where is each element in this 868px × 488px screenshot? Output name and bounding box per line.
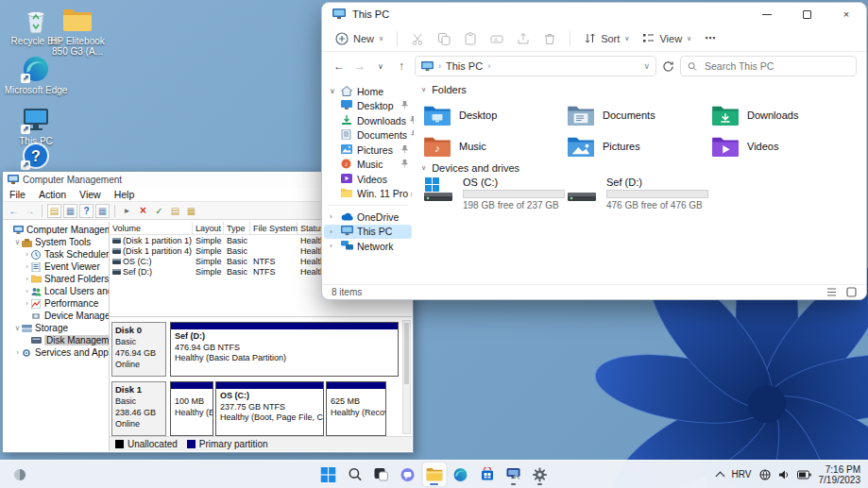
partition-os-c[interactable]: OS (C:) 237.75 GB NTFS Healthy (Boot, Pa… bbox=[215, 381, 324, 436]
expander-collapsed-icon[interactable]: › bbox=[23, 299, 31, 308]
back-icon[interactable]: ← bbox=[332, 59, 347, 73]
expander-collapsed-icon[interactable]: › bbox=[23, 250, 31, 259]
column-layout[interactable]: Layout bbox=[193, 222, 224, 234]
new-button[interactable]: New∨ bbox=[335, 32, 383, 45]
tree-item-computer-management[interactable]: Computer Management (Local) bbox=[4, 224, 109, 236]
export-list-icon[interactable]: ▤ bbox=[47, 204, 61, 218]
breadcrumb[interactable]: › This PC › ∨ bbox=[415, 56, 656, 76]
sidebar-item-videos[interactable]: Videos bbox=[324, 172, 412, 187]
recent-locations-icon[interactable]: ∨ bbox=[373, 62, 388, 71]
delete-button[interactable] bbox=[543, 32, 556, 45]
expander-collapsed-icon[interactable]: › bbox=[23, 262, 31, 271]
folder-tile-desktop[interactable]: Desktop bbox=[423, 101, 563, 129]
sidebar-item-pictures[interactable]: Pictures bbox=[324, 143, 412, 158]
forward-icon[interactable]: → bbox=[352, 59, 367, 73]
large-icons-view-icon[interactable] bbox=[846, 287, 857, 297]
tree-item-disk-management[interactable]: Disk Management bbox=[4, 334, 109, 346]
sidebar-item-this-pc[interactable]: › This PC bbox=[324, 225, 412, 240]
sidebar-item-documents[interactable]: Documents bbox=[324, 128, 412, 143]
properties-icon[interactable]: ▦ bbox=[184, 204, 198, 218]
expander-collapsed-icon[interactable]: › bbox=[13, 348, 22, 357]
collapse-icon[interactable]: ∨ bbox=[421, 86, 426, 93]
sidebar-item-win11-folder[interactable]: Win. 11 Pro (64 bit, bbox=[324, 187, 412, 202]
task-view-icon[interactable] bbox=[369, 463, 393, 486]
menu-view[interactable]: View bbox=[73, 189, 108, 200]
tree-item-shared-folders[interactable]: › Shared Folders bbox=[4, 273, 109, 285]
sidebar-item-desktop[interactable]: Desktop bbox=[324, 99, 412, 114]
tree-item-system-tools[interactable]: ∨ System Tools bbox=[4, 236, 109, 248]
disk-1-label[interactable]: Disk 1 Basic 238.46 GB Online bbox=[111, 381, 166, 436]
widgets-icon[interactable] bbox=[8, 463, 31, 486]
back-icon[interactable]: ← bbox=[7, 204, 21, 218]
menu-file[interactable]: File bbox=[3, 189, 32, 200]
tree-item-storage[interactable]: ∨ Storage bbox=[4, 322, 109, 334]
sidebar-item-network[interactable]: › Network bbox=[324, 239, 412, 254]
hidden-icons-chevron[interactable] bbox=[717, 471, 724, 479]
battery-tray-icon[interactable] bbox=[797, 470, 811, 480]
action-pane-icon[interactable]: ▦ bbox=[95, 204, 110, 218]
computer-management-taskbar-icon[interactable] bbox=[502, 463, 525, 486]
refresh-icon[interactable] bbox=[662, 60, 674, 73]
devices-section-header[interactable]: ∨ Devices and drives bbox=[421, 162, 519, 174]
tree-item-event-viewer[interactable]: › Event Viewer bbox=[4, 261, 109, 273]
expander-collapsed-icon[interactable]: › bbox=[23, 275, 31, 283]
disk-0-label[interactable]: Disk 0 Basic 476.94 GB Online bbox=[111, 322, 166, 377]
store-icon[interactable] bbox=[475, 463, 499, 486]
folder-tile-downloads[interactable]: Downloads bbox=[711, 101, 851, 129]
rename-button[interactable]: A bbox=[490, 32, 503, 45]
menu-help[interactable]: Help bbox=[108, 189, 142, 200]
expander-collapsed-icon[interactable]: › bbox=[23, 287, 31, 295]
desktop-icon-help-shortcut[interactable]: ? ↗ bbox=[2, 142, 70, 172]
collapse-icon[interactable]: ∨ bbox=[421, 164, 426, 172]
column-type[interactable]: Type bbox=[224, 222, 250, 234]
details-view-icon[interactable] bbox=[826, 287, 837, 297]
desktop-icon-edge[interactable]: ↗ Microsoft Edge bbox=[2, 55, 70, 95]
tree-item-services-applications[interactable]: › Services and Applications bbox=[4, 346, 109, 359]
sort-button[interactable]: Sort∨ bbox=[584, 32, 629, 44]
language-indicator[interactable]: HRV bbox=[732, 469, 752, 480]
partition-recovery[interactable]: 625 MB Healthy (Recovery Partition) bbox=[326, 381, 386, 436]
share-button[interactable] bbox=[517, 32, 530, 45]
column-file-system[interactable]: File System bbox=[250, 222, 298, 234]
sidebar-item-onedrive[interactable]: › OneDrive bbox=[324, 210, 412, 225]
chat-icon[interactable] bbox=[396, 463, 419, 486]
cut-button[interactable] bbox=[411, 32, 424, 45]
paste-button[interactable] bbox=[464, 32, 477, 45]
tree-item-device-manager[interactable]: Device Manager bbox=[4, 310, 109, 322]
folders-section-header[interactable]: ∨ Folders bbox=[421, 84, 467, 95]
column-volume[interactable]: Volume bbox=[110, 222, 193, 234]
taskbar-search-icon[interactable] bbox=[343, 463, 366, 486]
clock[interactable]: 7:16 PM 7/19/2023 bbox=[819, 464, 861, 485]
more-options-button[interactable]: ⋯ bbox=[705, 32, 715, 44]
forward-icon[interactable]: → bbox=[23, 204, 37, 218]
start-button[interactable] bbox=[316, 463, 340, 486]
drive-tile-sef-d[interactable]: Sef (D:) 476 GB free of 476 GB bbox=[567, 177, 708, 210]
tree-item-performance[interactable]: › Performance bbox=[4, 297, 109, 310]
folder-tool-icon[interactable]: ▤ bbox=[168, 204, 182, 218]
drive-tile-os-c[interactable]: OS (C:) 198 GB free of 237 GB bbox=[423, 177, 565, 210]
pointer-icon[interactable]: ► bbox=[120, 204, 134, 218]
settings-icon[interactable] bbox=[528, 463, 552, 486]
fe-title-bar[interactable]: This PC × bbox=[322, 3, 866, 25]
folder-tile-music[interactable]: ♪ Music bbox=[423, 132, 563, 160]
copy-button[interactable] bbox=[437, 32, 451, 45]
search-box[interactable] bbox=[680, 56, 857, 76]
delete-volume-icon[interactable]: × bbox=[136, 204, 150, 218]
menu-action[interactable]: Action bbox=[32, 189, 73, 200]
folder-tile-documents[interactable]: Documents bbox=[567, 101, 706, 129]
folder-tile-pictures[interactable]: Pictures bbox=[567, 132, 706, 160]
tree-item-local-users-groups[interactable]: › Local Users and Groups bbox=[4, 285, 109, 297]
search-input[interactable] bbox=[703, 59, 849, 73]
partition-efi[interactable]: 100 MB Healthy (EFI System Partition) bbox=[170, 381, 213, 436]
expander-expanded-icon[interactable]: ∨ bbox=[13, 324, 22, 332]
up-icon[interactable]: ↑ bbox=[394, 59, 409, 73]
folder-tile-videos[interactable]: Videos bbox=[711, 132, 851, 160]
console-tree-icon[interactable]: ▦ bbox=[63, 204, 77, 218]
minimize-button[interactable] bbox=[747, 3, 787, 25]
volume-tray-icon[interactable] bbox=[778, 469, 790, 480]
view-button[interactable]: View∨ bbox=[642, 32, 691, 44]
sidebar-item-music[interactable]: ♪ Music bbox=[324, 158, 412, 173]
address-dropdown-icon[interactable]: ∨ bbox=[643, 61, 650, 71]
sidebar-item-home[interactable]: ∨ Home bbox=[324, 84, 412, 99]
expander-expanded-icon[interactable]: ∨ bbox=[13, 238, 22, 246]
